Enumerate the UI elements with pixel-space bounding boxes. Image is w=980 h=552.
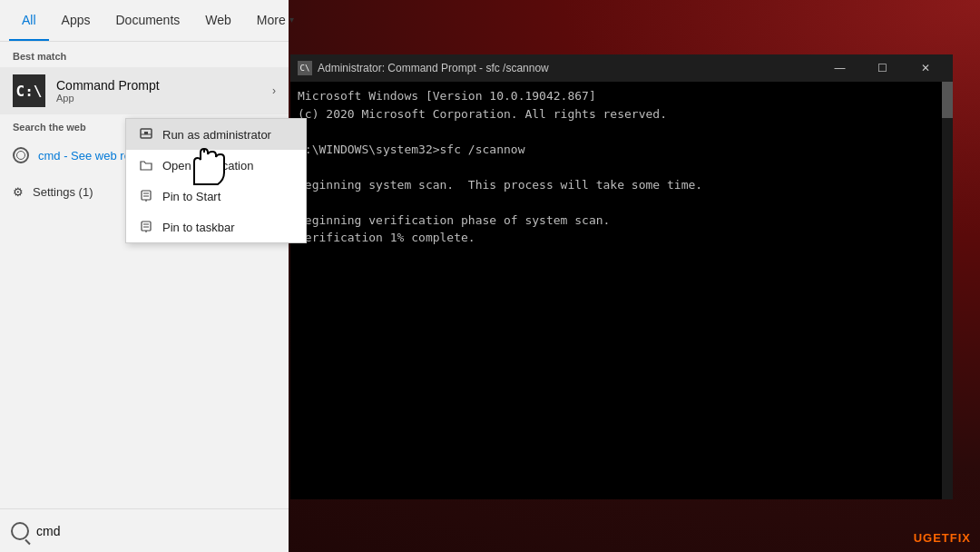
svg-rect-7: [142, 222, 151, 231]
search-icon: [11, 522, 29, 540]
start-menu: All Apps Documents Web More ▾ Best match…: [0, 0, 289, 508]
tab-apps[interactable]: Apps: [49, 0, 103, 41]
best-match-label: Best match: [0, 42, 289, 67]
svg-rect-3: [142, 191, 151, 200]
context-pin-taskbar[interactable]: Pin to taskbar: [126, 212, 306, 242]
pin-taskbar-label: Pin to taskbar: [162, 221, 235, 234]
watermark-accent: GET: [923, 531, 950, 545]
folder-icon: [139, 158, 153, 172]
maximize-button[interactable]: ☐: [862, 54, 903, 82]
search-icon: [13, 147, 29, 163]
cmd-icon: C:\: [13, 74, 45, 107]
result-text: Command Prompt App: [56, 78, 261, 104]
pin-start-icon: [139, 189, 153, 203]
search-value: cmd: [36, 524, 60, 538]
cmd-title-icon: C\: [298, 61, 312, 75]
cmd-scrollbar-thumb: [942, 82, 953, 118]
settings-icon: ⚙: [13, 185, 24, 199]
context-run-admin[interactable]: Run as administrator: [126, 119, 306, 150]
cmd-title-text: Administrator: Command Prompt - sfc /sca…: [318, 62, 814, 74]
taskbar-search[interactable]: cmd: [0, 508, 289, 552]
svg-rect-2: [144, 132, 148, 134]
cmd-body[interactable]: Microsoft Windows [Version 10.0.19042.86…: [290, 82, 953, 499]
close-button[interactable]: ✕: [905, 54, 946, 82]
tab-all[interactable]: All: [9, 0, 49, 41]
tab-documents[interactable]: Documents: [103, 0, 192, 41]
pin-start-label: Pin to Start: [162, 190, 220, 203]
shield-icon: [139, 127, 153, 142]
watermark: UGETFIX: [914, 531, 971, 545]
tab-web[interactable]: Web: [192, 0, 244, 41]
tab-more[interactable]: More ▾: [244, 0, 307, 41]
open-file-label: Open file location: [162, 159, 253, 172]
start-tabs: All Apps Documents Web More ▾: [0, 0, 289, 42]
cmd-titlebar: C\ Administrator: Command Prompt - sfc /…: [290, 54, 953, 82]
cmd-scrollbar[interactable]: [942, 82, 953, 499]
pin-taskbar-icon: [139, 220, 153, 234]
minimize-button[interactable]: —: [819, 54, 860, 82]
cmd-window: C\ Administrator: Command Prompt - sfc /…: [290, 54, 953, 499]
settings-label: Settings (1): [33, 185, 93, 199]
result-type: App: [56, 93, 261, 104]
result-name: Command Prompt: [56, 78, 261, 93]
context-menu: Run as administrator Open file location …: [125, 118, 307, 243]
cmd-result-item[interactable]: C:\ Command Prompt App ›: [0, 67, 289, 114]
context-pin-start[interactable]: Pin to Start: [126, 181, 306, 212]
chevron-right-icon: ›: [272, 84, 276, 97]
watermark-suffix: FIX: [950, 531, 971, 545]
cmd-controls: — ☐ ✕: [819, 54, 946, 82]
cmd-output: Microsoft Windows [Version 10.0.19042.86…: [298, 87, 946, 247]
watermark-prefix: U: [914, 531, 923, 545]
context-open-file[interactable]: Open file location: [126, 150, 306, 181]
run-admin-label: Run as administrator: [162, 128, 271, 142]
chevron-down-icon: ▾: [289, 15, 294, 25]
